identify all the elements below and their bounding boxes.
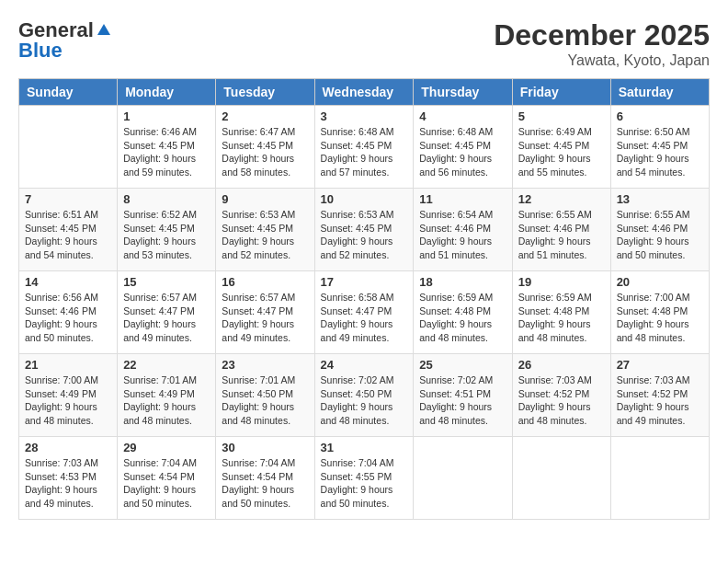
- calendar-cell: 21Sunrise: 7:00 AMSunset: 4:49 PMDayligh…: [19, 354, 118, 437]
- day-number: 17: [321, 275, 408, 289]
- day-number: 28: [25, 441, 111, 454]
- day-info: Sunrise: 7:00 AMSunset: 4:49 PMDaylight:…: [25, 373, 111, 428]
- calendar-cell: 15Sunrise: 6:57 AMSunset: 4:47 PMDayligh…: [118, 271, 216, 354]
- calendar-cell: 29Sunrise: 7:04 AMSunset: 4:54 PMDayligh…: [118, 437, 216, 520]
- day-number: 24: [321, 358, 408, 372]
- day-info: Sunrise: 7:00 AMSunset: 4:48 PMDaylight:…: [617, 291, 703, 345]
- calendar-cell: 6Sunrise: 6:50 AMSunset: 4:45 PMDaylight…: [610, 106, 709, 189]
- week-row-1: 1Sunrise: 6:46 AMSunset: 4:45 PMDaylight…: [19, 106, 710, 189]
- calendar-cell: 4Sunrise: 6:48 AMSunset: 4:45 PMDaylight…: [414, 106, 512, 189]
- calendar-cell: 27Sunrise: 7:03 AMSunset: 4:52 PMDayligh…: [610, 354, 709, 437]
- calendar-cell: 10Sunrise: 6:53 AMSunset: 4:45 PMDayligh…: [314, 189, 414, 271]
- day-info: Sunrise: 6:49 AMSunset: 4:45 PMDaylight:…: [518, 125, 605, 179]
- day-info: Sunrise: 6:53 AMSunset: 4:45 PMDaylight:…: [321, 208, 408, 262]
- calendar-header-wednesday: Wednesday: [314, 79, 414, 106]
- day-number: 2: [222, 109, 308, 123]
- calendar-cell: 18Sunrise: 6:59 AMSunset: 4:48 PMDayligh…: [414, 271, 512, 354]
- day-info: Sunrise: 7:04 AMSunset: 4:54 PMDaylight:…: [123, 456, 210, 511]
- day-number: 5: [518, 109, 605, 123]
- day-info: Sunrise: 6:55 AMSunset: 4:46 PMDaylight:…: [518, 208, 605, 262]
- calendar-header-thursday: Thursday: [414, 79, 512, 106]
- day-info: Sunrise: 6:55 AMSunset: 4:46 PMDaylight:…: [617, 208, 703, 262]
- day-info: Sunrise: 7:04 AMSunset: 4:54 PMDaylight:…: [222, 456, 308, 511]
- day-info: Sunrise: 6:58 AMSunset: 4:47 PMDaylight:…: [321, 291, 408, 345]
- calendar-cell: 20Sunrise: 7:00 AMSunset: 4:48 PMDayligh…: [610, 271, 709, 354]
- calendar-cell: [610, 437, 709, 520]
- day-number: 20: [617, 275, 703, 289]
- calendar-cell: 24Sunrise: 7:02 AMSunset: 4:50 PMDayligh…: [314, 354, 414, 437]
- day-number: 6: [617, 109, 703, 123]
- day-info: Sunrise: 7:01 AMSunset: 4:49 PMDaylight:…: [123, 373, 210, 428]
- day-number: 9: [222, 192, 308, 206]
- day-number: 30: [222, 441, 308, 454]
- title-block: December 2025 Yawata, Kyoto, Japan: [494, 18, 710, 69]
- calendar-header-monday: Monday: [118, 79, 216, 106]
- day-number: 19: [518, 275, 605, 289]
- day-number: 21: [25, 358, 111, 372]
- day-number: 18: [419, 275, 506, 289]
- day-info: Sunrise: 6:59 AMSunset: 4:48 PMDaylight:…: [419, 291, 506, 345]
- calendar-cell: 3Sunrise: 6:48 AMSunset: 4:45 PMDaylight…: [314, 106, 414, 189]
- day-number: 12: [518, 192, 605, 206]
- day-info: Sunrise: 6:59 AMSunset: 4:48 PMDaylight:…: [518, 291, 605, 345]
- calendar-cell: 2Sunrise: 6:47 AMSunset: 4:45 PMDaylight…: [216, 106, 314, 189]
- day-number: 3: [321, 109, 408, 123]
- day-number: 10: [321, 192, 408, 206]
- day-number: 14: [25, 275, 111, 289]
- calendar-cell: 11Sunrise: 6:54 AMSunset: 4:46 PMDayligh…: [414, 189, 512, 271]
- day-number: 15: [123, 275, 210, 289]
- day-number: 23: [222, 358, 308, 372]
- calendar-cell: 9Sunrise: 6:53 AMSunset: 4:45 PMDaylight…: [216, 189, 314, 271]
- calendar-header-friday: Friday: [512, 79, 610, 106]
- day-info: Sunrise: 6:50 AMSunset: 4:45 PMDaylight:…: [617, 125, 703, 179]
- calendar-table: SundayMondayTuesdayWednesdayThursdayFrid…: [18, 78, 710, 520]
- calendar-cell: 26Sunrise: 7:03 AMSunset: 4:52 PMDayligh…: [512, 354, 610, 437]
- month-title: December 2025: [494, 18, 710, 52]
- calendar-cell: 1Sunrise: 6:46 AMSunset: 4:45 PMDaylight…: [118, 106, 216, 189]
- calendar-cell: [19, 106, 118, 189]
- calendar-cell: [512, 437, 610, 520]
- page-header: General Blue December 2025 Yawata, Kyoto…: [18, 18, 710, 69]
- day-number: 22: [123, 358, 210, 372]
- logo: General Blue: [18, 18, 112, 63]
- day-info: Sunrise: 6:48 AMSunset: 4:45 PMDaylight:…: [419, 125, 506, 179]
- calendar-cell: 17Sunrise: 6:58 AMSunset: 4:47 PMDayligh…: [314, 271, 414, 354]
- day-info: Sunrise: 7:04 AMSunset: 4:55 PMDaylight:…: [321, 456, 408, 511]
- day-info: Sunrise: 6:52 AMSunset: 4:45 PMDaylight:…: [123, 208, 210, 262]
- calendar-cell: 25Sunrise: 7:02 AMSunset: 4:51 PMDayligh…: [414, 354, 512, 437]
- calendar-cell: 19Sunrise: 6:59 AMSunset: 4:48 PMDayligh…: [512, 271, 610, 354]
- calendar-header-tuesday: Tuesday: [216, 79, 314, 106]
- week-row-2: 7Sunrise: 6:51 AMSunset: 4:45 PMDaylight…: [19, 189, 710, 271]
- calendar-cell: [414, 437, 512, 520]
- day-info: Sunrise: 7:02 AMSunset: 4:50 PMDaylight:…: [321, 373, 408, 428]
- calendar-cell: 31Sunrise: 7:04 AMSunset: 4:55 PMDayligh…: [314, 437, 414, 520]
- logo-icon: [96, 22, 112, 39]
- day-number: 7: [25, 192, 111, 206]
- calendar-cell: 16Sunrise: 6:57 AMSunset: 4:47 PMDayligh…: [216, 271, 314, 354]
- day-info: Sunrise: 6:48 AMSunset: 4:45 PMDaylight:…: [321, 125, 408, 179]
- day-number: 27: [617, 358, 703, 372]
- week-row-3: 14Sunrise: 6:56 AMSunset: 4:46 PMDayligh…: [19, 271, 710, 354]
- day-number: 1: [123, 109, 210, 123]
- day-number: 29: [123, 441, 210, 454]
- day-info: Sunrise: 7:03 AMSunset: 4:52 PMDaylight:…: [617, 373, 703, 428]
- location: Yawata, Kyoto, Japan: [494, 52, 710, 69]
- logo-blue-text: Blue: [18, 39, 63, 63]
- calendar-cell: 30Sunrise: 7:04 AMSunset: 4:54 PMDayligh…: [216, 437, 314, 520]
- calendar-cell: 5Sunrise: 6:49 AMSunset: 4:45 PMDaylight…: [512, 106, 610, 189]
- day-info: Sunrise: 7:02 AMSunset: 4:51 PMDaylight:…: [419, 373, 506, 428]
- calendar-cell: 12Sunrise: 6:55 AMSunset: 4:46 PMDayligh…: [512, 189, 610, 271]
- day-info: Sunrise: 7:01 AMSunset: 4:50 PMDaylight:…: [222, 373, 308, 428]
- day-number: 25: [419, 358, 506, 372]
- day-info: Sunrise: 6:46 AMSunset: 4:45 PMDaylight:…: [123, 125, 210, 179]
- day-number: 13: [617, 192, 703, 206]
- day-number: 4: [419, 109, 506, 123]
- svg-marker-0: [97, 24, 110, 35]
- calendar-header-sunday: Sunday: [19, 79, 118, 106]
- day-number: 26: [518, 358, 605, 372]
- calendar-cell: 22Sunrise: 7:01 AMSunset: 4:49 PMDayligh…: [118, 354, 216, 437]
- week-row-5: 28Sunrise: 7:03 AMSunset: 4:53 PMDayligh…: [19, 437, 710, 520]
- calendar-cell: 13Sunrise: 6:55 AMSunset: 4:46 PMDayligh…: [610, 189, 709, 271]
- day-number: 11: [419, 192, 506, 206]
- day-info: Sunrise: 6:51 AMSunset: 4:45 PMDaylight:…: [25, 208, 111, 262]
